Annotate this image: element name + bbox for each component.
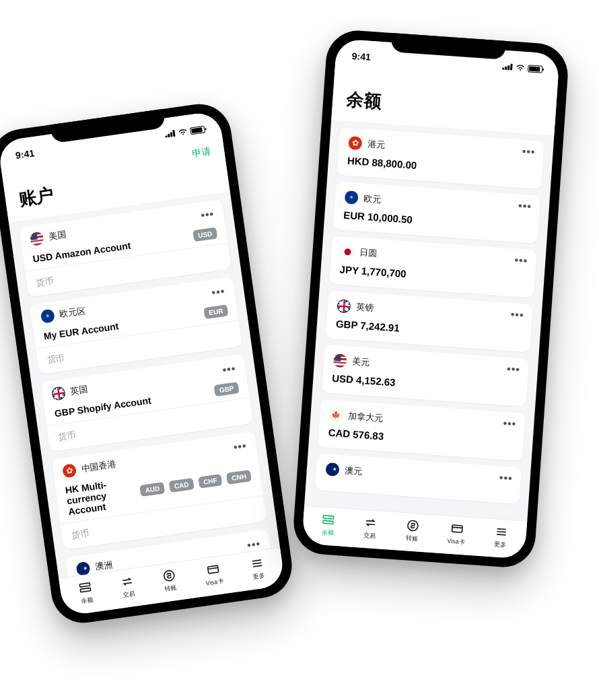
more-icon[interactable]: ••• [233, 440, 248, 454]
visa-icon [450, 522, 464, 536]
flag-icon [348, 136, 362, 150]
transfer-icon [406, 518, 420, 532]
screen-accounts: 9:41 申请 账户 美国•••USD Amazon AccountUSD货币欧… [0, 110, 285, 616]
more-icon[interactable]: ••• [503, 417, 517, 430]
svg-rect-5 [81, 588, 91, 592]
currency-pill-group: GBP [211, 382, 240, 396]
currency-pill: AUD [140, 482, 166, 497]
accounts-list[interactable]: 美国•••USD Amazon AccountUSD货币欧元区•••My EUR… [9, 191, 280, 578]
wifi-icon [178, 128, 188, 136]
tab-transactions[interactable]: 交易 [363, 516, 378, 540]
wifi-icon [516, 64, 526, 71]
battery-icon [190, 125, 205, 135]
balance-list[interactable]: •••港元HKD 88,800.00•••欧元EUR 10,000.50•••日… [304, 120, 554, 521]
tab-balance[interactable]: 余额 [320, 513, 335, 538]
flag-icon [337, 299, 351, 313]
apply-button[interactable]: 申请 [191, 146, 211, 161]
svg-line-23 [497, 534, 505, 535]
flag-icon [329, 408, 343, 422]
visa-icon [205, 562, 221, 578]
balance-card[interactable]: •••英镑GBP 7,242.91 [326, 290, 533, 352]
svg-rect-19 [452, 525, 462, 532]
currency-name: 英镑 [355, 301, 374, 314]
svg-rect-1 [168, 134, 170, 137]
screen-balances: 9:41 余额 •••港元HKD 88,800.00•••欧元EUR 10,00… [302, 38, 560, 559]
currency-pill: USD [192, 228, 217, 242]
tab-transfer[interactable]: 转账 [404, 518, 419, 543]
svg-rect-13 [505, 67, 507, 70]
currency-pill-group: EUR [201, 304, 228, 319]
more-icon[interactable]: ••• [200, 208, 215, 222]
tab-balance[interactable]: 余额 [78, 580, 95, 606]
currency-pill-group: USD [190, 228, 217, 242]
svg-rect-14 [507, 65, 509, 70]
more-icon[interactable]: ••• [222, 363, 237, 377]
status-time: 9:41 [15, 147, 35, 161]
signal-icon [164, 130, 176, 138]
svg-rect-2 [170, 132, 173, 137]
currency-name: 加拿大元 [348, 410, 384, 425]
more-icon[interactable]: ••• [499, 472, 513, 485]
more-icon[interactable]: ••• [522, 145, 536, 158]
currency-name: 美元 [352, 355, 370, 369]
currency-name: 澳元 [344, 464, 362, 478]
balance-icon [321, 513, 335, 527]
svg-line-10 [252, 563, 261, 564]
currency-pill-group: AUDCADCHFCNH [137, 470, 252, 497]
signal-icon [502, 63, 514, 71]
svg-line-8 [208, 567, 218, 569]
balance-card[interactable]: •••美元USD 4,152.63 [322, 345, 529, 407]
svg-rect-12 [502, 68, 504, 70]
account-card[interactable]: 中国香港•••HK Multi-currency AccountAUDCADCH… [52, 431, 267, 550]
status-icons [502, 63, 543, 73]
balance-head: 澳元 [325, 462, 512, 489]
more-icon[interactable]: ••• [507, 363, 521, 376]
flag-icon [51, 386, 67, 401]
tab-label: Visa卡 [447, 537, 465, 547]
transfer-icon [162, 568, 177, 584]
tab-label: 转账 [164, 584, 178, 594]
tab-visa[interactable]: Visa卡 [203, 561, 224, 588]
flag-icon [345, 190, 359, 205]
flag-icon [40, 308, 56, 324]
more-icon[interactable]: ••• [514, 254, 528, 267]
tab-transfer[interactable]: 转账 [162, 568, 178, 594]
balance-card[interactable]: •••加拿大元CAD 576.83 [318, 399, 525, 461]
svg-rect-16 [324, 516, 334, 519]
svg-rect-7 [207, 565, 218, 573]
currency-pill: GBP [214, 382, 240, 396]
tab-label: 交易 [122, 590, 136, 600]
svg-rect-3 [172, 130, 175, 137]
tab-transactions[interactable]: 交易 [120, 574, 137, 600]
transactions-icon [120, 574, 135, 590]
status-icons [164, 125, 205, 138]
svg-line-9 [252, 560, 260, 561]
transactions-icon [363, 516, 378, 530]
currency-pill: CNH [226, 470, 252, 485]
more-icon[interactable]: ••• [518, 200, 532, 213]
currency-name: 日圆 [359, 246, 378, 260]
balance-card[interactable]: •••日圆JPY 1,770,700 [329, 236, 536, 298]
more-icon[interactable]: ••• [211, 285, 225, 300]
more-icon [494, 524, 508, 538]
battery-icon [528, 65, 543, 73]
flag-icon [325, 462, 339, 477]
svg-rect-17 [323, 520, 333, 524]
balance-card[interactable]: •••欧元EUR 10,000.50 [333, 182, 540, 244]
balance-card[interactable]: •••港元HKD 88,800.00 [337, 127, 544, 189]
currency-name: 欧元 [363, 193, 382, 206]
account-name: HK Multi-currency Account [65, 475, 140, 517]
flag-icon [333, 353, 347, 368]
more-icon[interactable]: ••• [510, 308, 524, 321]
svg-rect-15 [510, 63, 513, 70]
more-icon [249, 556, 265, 571]
svg-line-11 [253, 565, 262, 567]
svg-line-21 [497, 529, 505, 530]
tab-more[interactable]: 更多 [493, 524, 508, 549]
tab-visa[interactable]: Visa卡 [447, 522, 466, 547]
tab-label: 余额 [321, 528, 334, 538]
tab-label: 余额 [81, 595, 94, 605]
tab-more[interactable]: 更多 [249, 556, 266, 582]
balance-card[interactable]: •••澳元 [315, 454, 522, 504]
currency-name: 港元 [367, 138, 385, 151]
